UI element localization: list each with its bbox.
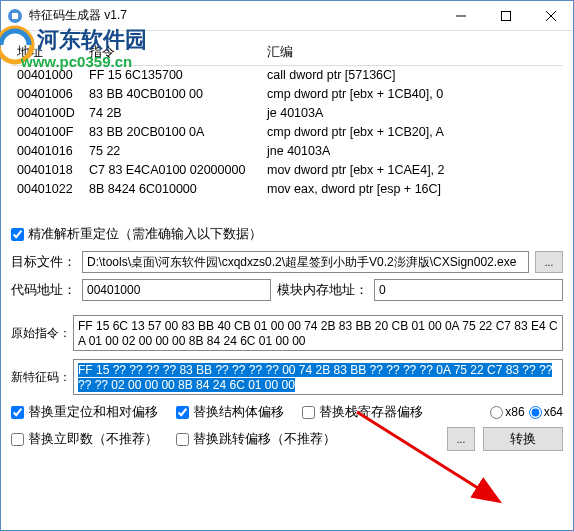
svg-rect-3 <box>501 11 510 20</box>
browse-button[interactable]: ... <box>535 251 563 273</box>
module-addr-input[interactable] <box>374 279 563 301</box>
close-button[interactable] <box>528 1 573 30</box>
table-row[interactable]: 004010228B 8424 6C010000mov eax, dword p… <box>11 180 563 199</box>
new-sig-input[interactable]: FF 15 ?? ?? ?? ?? 83 BB ?? ?? ?? ?? 00 7… <box>73 359 563 395</box>
table-row[interactable]: 00401000FF 15 6C135700call dword ptr [57… <box>11 66 563 85</box>
parse-reloc-checkbox[interactable] <box>11 228 24 241</box>
svg-line-9 <box>357 412 497 500</box>
replace-stack-checkbox[interactable] <box>302 406 315 419</box>
more-button[interactable]: ... <box>447 427 475 451</box>
target-file-input[interactable] <box>82 251 529 273</box>
code-addr-input[interactable] <box>82 279 271 301</box>
minimize-button[interactable] <box>438 1 483 30</box>
replace-struct-checkbox[interactable] <box>176 406 189 419</box>
window-title: 特征码生成器 v1.7 <box>29 7 438 24</box>
target-file-label: 目标文件： <box>11 253 76 271</box>
header-instruction: 指令 <box>89 43 267 61</box>
disassembly-table[interactable]: 00401000FF 15 6C135700call dword ptr [57… <box>11 66 563 199</box>
svg-rect-1 <box>12 13 18 19</box>
header-assembly: 汇编 <box>267 43 563 61</box>
replace-reloc-checkbox[interactable] <box>11 406 24 419</box>
convert-button[interactable]: 转换 <box>483 427 563 451</box>
table-header: 地址 指令 汇编 <box>11 39 563 66</box>
x86-radio[interactable] <box>490 406 503 419</box>
titlebar: 特征码生成器 v1.7 <box>1 1 573 31</box>
replace-imm-checkbox[interactable] <box>11 433 24 446</box>
new-sig-label: 新特征码： <box>11 369 73 386</box>
orig-instr-input[interactable]: FF 15 6C 13 57 00 83 BB 40 CB 01 00 00 7… <box>73 315 563 351</box>
orig-instr-label: 原始指令： <box>11 325 73 342</box>
header-address: 地址 <box>11 43 89 61</box>
parse-reloc-label: 精准解析重定位（需准确输入以下数据） <box>28 225 262 243</box>
table-row[interactable]: 0040100683 BB 40CB0100 00cmp dword ptr [… <box>11 85 563 104</box>
table-row[interactable]: 00401018C7 83 E4CA0100 02000000mov dword… <box>11 161 563 180</box>
code-addr-label: 代码地址： <box>11 281 76 299</box>
table-row[interactable]: 0040100D74 2Bje 40103A <box>11 104 563 123</box>
app-icon <box>7 8 23 24</box>
replace-jmp-checkbox[interactable] <box>176 433 189 446</box>
x64-radio[interactable] <box>529 406 542 419</box>
table-row[interactable]: 0040101675 22jne 40103A <box>11 142 563 161</box>
module-addr-label: 模块内存地址： <box>277 281 368 299</box>
table-row[interactable]: 0040100F83 BB 20CB0100 0Acmp dword ptr [… <box>11 123 563 142</box>
maximize-button[interactable] <box>483 1 528 30</box>
